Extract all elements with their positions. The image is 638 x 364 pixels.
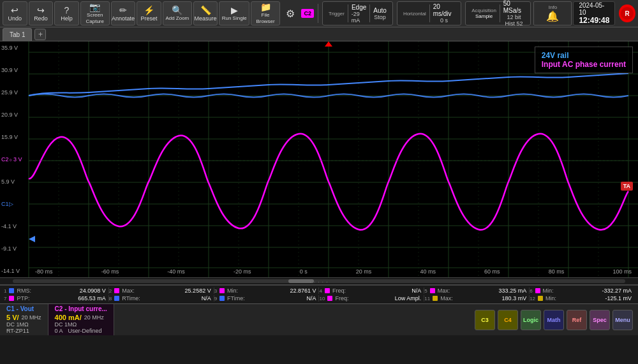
undo-icon: ↩	[11, 6, 19, 15]
meas-1: 1 RMS: 24.0908 V	[4, 288, 109, 294]
trigger-level: -29 mA	[352, 11, 367, 24]
c1-row3: RT-ZP11	[6, 328, 41, 334]
menu-button[interactable]: Menu	[612, 310, 633, 330]
acquisition-rate-col: 50 MSa/s 12 bit Hist 52	[500, 0, 528, 27]
zoom-icon: 🔍	[172, 6, 182, 15]
acquisition-panel: Acquisition Sample 50 MSa/s 12 bit Hist …	[465, 1, 531, 25]
meas-1-ch	[9, 288, 14, 293]
meas-3: 3 Min: 22.8761 V	[214, 288, 320, 294]
c2-indicator: C2	[301, 9, 314, 18]
trigger-type: Edge	[352, 4, 366, 11]
meas-4-ch	[325, 288, 330, 293]
horizontal-delay: 0 s	[440, 17, 448, 24]
redo-button[interactable]: ↪ Redo	[29, 1, 54, 25]
meas-7: 7 PTP: 665.53 mA	[4, 295, 109, 302]
datetime-display: 2024-05-10 12:49:48	[573, 1, 615, 25]
trigger-panel: Trigger Edge -29 mA Auto Stop	[322, 1, 393, 25]
run-single-button[interactable]: ▶ Run Single	[219, 1, 249, 25]
trigger-mode: Auto	[373, 7, 387, 14]
meas-7-ch	[9, 296, 14, 301]
camera-icon: 📷	[89, 3, 100, 11]
scope-overlay: 24V rail Input AC phase current	[535, 47, 633, 73]
meas-2: 2 Max: 25.2582 V	[109, 288, 214, 294]
scrollbar-area[interactable]: · · · · ·	[0, 277, 638, 285]
meas-6: 6 Min: -332.27 mA	[530, 288, 634, 294]
meas-8: 8 RTime: N/A	[109, 295, 214, 302]
horizontal-time-div: 20 ms/div	[433, 3, 455, 17]
c2-row3: 0 A User-Defined	[55, 328, 107, 334]
measure-icon: 📏	[200, 6, 211, 15]
measurements-panel: 1 RMS: 24.0908 V 2 Max: 25.2582 V 3 Min:…	[0, 285, 638, 303]
measure-button[interactable]: 📏 Measure	[193, 1, 218, 25]
trigger-type-col: Edge -29 mA	[348, 4, 370, 24]
c1-row2: DC 1MΩ	[6, 321, 41, 328]
meas-3-ch	[219, 288, 225, 293]
c2-info-section[interactable]: C2 - Input curre... 400 mA/ 20 MHz DC 1M…	[48, 304, 114, 335]
channel-buttons: C3 C4 Logic Math Ref Spec Menu	[470, 304, 638, 335]
trigger-title-col: Trigger	[325, 11, 348, 17]
meas-12-ch	[538, 296, 543, 301]
c2-coupling: DC 1MΩ	[55, 321, 77, 328]
meas-10: 10 Freq: Low Ampl.	[319, 295, 424, 302]
c1-name: C1 - Vout	[6, 305, 41, 312]
trigger-mode-col: Auto Stop	[370, 7, 390, 20]
c1-freq: 20 MHz	[22, 314, 41, 321]
horizontal-title-col: Horizontal	[400, 11, 429, 17]
screen-capture-button[interactable]: 📷 Screen Capture	[80, 1, 110, 25]
file-browser-button[interactable]: 📁 File Browser	[251, 1, 280, 25]
help-icon: ?	[64, 6, 70, 15]
scope-display: 35.9 V 30.9 V 25.9 V 20.9 V 15.9 V C2⬦ 3…	[0, 41, 638, 277]
separator	[318, 4, 318, 23]
meas-5: 5 Max: 333.25 mA	[424, 288, 530, 294]
add-zoom-button[interactable]: 🔍 Add Zoom	[163, 1, 192, 25]
tab-1[interactable]: Tab 1	[3, 28, 32, 41]
meas-6-ch	[535, 288, 540, 293]
scope-grid	[0, 41, 638, 277]
scrollbar-track[interactable]: · · · · ·	[13, 279, 625, 283]
c2-amp-div: 400 mA/	[55, 314, 82, 321]
y-axis-labels: 35.9 V 30.9 V 25.9 V 20.9 V 15.9 V C2⬦ 3…	[0, 41, 29, 277]
c2-freq: 20 MHz	[84, 314, 104, 321]
bit-depth: 12 bit	[507, 14, 521, 20]
folder-icon: 📁	[260, 3, 271, 11]
trigger-stop: Stop	[374, 14, 386, 20]
math-button[interactable]: Math	[544, 310, 564, 330]
meas-9: 9 FTime: N/A	[214, 295, 320, 302]
ref-button[interactable]: Ref	[567, 310, 587, 330]
annotate-button[interactable]: ✏ Annotate	[111, 1, 136, 25]
run-icon: ▶	[231, 6, 238, 15]
acquisition-title-col: Acquisition Sample	[468, 8, 500, 19]
c3-button[interactable]: C3	[475, 310, 495, 330]
horizontal-title: Horizontal	[403, 11, 426, 17]
preset-button[interactable]: ⚡ Preset	[137, 1, 161, 25]
tabbar: Tab 1 +	[0, 27, 638, 41]
meas-4: 4 Freq: N/A	[319, 288, 424, 294]
settings-button[interactable]: ⚙	[281, 1, 299, 25]
meas-12: 12 Min: -125.1 mV	[530, 295, 634, 302]
toolbar: ↩ Undo ↪ Redo ? Help 📷 Screen Capture ✏ …	[0, 0, 638, 27]
meas-5-ch	[430, 288, 435, 293]
horizontal-time-col: 20 ms/div 0 s	[430, 3, 458, 24]
add-tab-button[interactable]: +	[34, 29, 46, 40]
meas-2-ch	[114, 288, 119, 293]
scrollbar-dots: · · · · ·	[309, 279, 328, 285]
info-panel: Info 🔔	[533, 1, 572, 25]
channel-info-bar: C1 - Vout 5 V/ 20 MHz DC 1MΩ RT-ZP11 C2 …	[0, 303, 638, 335]
annotate-icon: ✏	[119, 6, 127, 15]
meas-9-ch	[219, 296, 225, 301]
undo-button[interactable]: ↩ Undo	[3, 1, 27, 25]
osc-logo: R	[619, 4, 635, 22]
horizontal-panel: Horizontal 20 ms/div 0 s	[397, 1, 461, 25]
date-display: 2024-05-10	[579, 2, 609, 16]
c1-info-section[interactable]: C1 - Vout 5 V/ 20 MHz DC 1MΩ RT-ZP11	[0, 304, 48, 335]
spec-button[interactable]: Spec	[590, 310, 610, 330]
c4-button[interactable]: C4	[498, 310, 518, 330]
overlay-line1: 24V rail	[542, 51, 626, 60]
ta-badge: TA	[621, 182, 633, 191]
help-button[interactable]: ? Help	[54, 1, 79, 25]
overlay-line2: Input AC phase current	[542, 60, 626, 69]
meas-10-ch	[327, 296, 332, 301]
c1-probe: RT-ZP11	[6, 328, 29, 334]
logic-button[interactable]: Logic	[521, 310, 541, 330]
redo-icon: ↪	[37, 6, 45, 15]
